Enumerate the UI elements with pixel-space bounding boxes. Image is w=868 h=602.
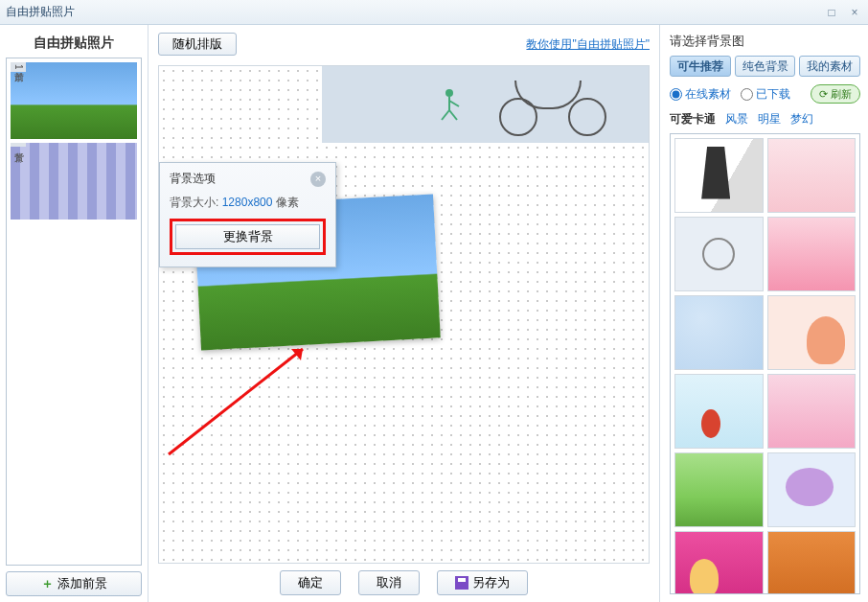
foreground-thumb[interactable]: 前景1	[11, 62, 137, 139]
svg-line-4	[449, 110, 457, 120]
svg-point-0	[445, 89, 453, 97]
bg-item[interactable]	[674, 295, 764, 370]
refresh-icon: ⟳	[819, 88, 828, 101]
bg-item[interactable]	[674, 217, 764, 291]
random-layout-button[interactable]: 随机排版	[158, 33, 237, 56]
canvas[interactable]: 背景选项 × 背景大小: 1280x800 像素 更换背景	[158, 65, 650, 564]
cat-cartoon[interactable]: 可爱卡通	[670, 111, 716, 127]
svg-marker-6	[291, 349, 303, 360]
center-area: 随机排版 教你使用"自由拼贴照片" 背景选项 ×	[148, 25, 659, 602]
add-foreground-label: 添加前景	[57, 575, 107, 592]
save-icon	[455, 576, 468, 590]
thumbnail-list: 前景1 背景	[6, 58, 142, 566]
bg-item[interactable]	[674, 531, 764, 594]
svg-line-5	[169, 349, 303, 454]
save-as-button[interactable]: 另存为	[437, 570, 528, 595]
change-background-button[interactable]: 更换背景	[175, 224, 320, 249]
radio-online[interactable]: 在线素材	[670, 86, 731, 103]
refresh-label: 刷新	[831, 87, 852, 102]
left-panel-title: 自由拼贴照片	[6, 31, 142, 58]
maximize-icon[interactable]: □	[824, 5, 839, 20]
tab-recommended[interactable]: 可牛推荐	[670, 56, 731, 77]
change-bg-highlight: 更换背景	[170, 219, 326, 255]
background-grid	[670, 133, 860, 594]
svg-line-3	[442, 110, 449, 120]
category-row: 可爱卡通 风景 明星 梦幻	[670, 111, 860, 127]
svg-line-2	[449, 101, 459, 106]
bg-source-tabs: 可牛推荐 纯色背景 我的素材	[670, 56, 860, 77]
ok-button[interactable]: 确定	[280, 570, 341, 595]
bg-item[interactable]	[767, 374, 857, 449]
bg-size-value: 1280x800	[222, 196, 273, 209]
cancel-button[interactable]: 取消	[358, 570, 420, 595]
bicycle-icon	[495, 71, 610, 138]
stick-figure-icon	[438, 85, 476, 124]
window-title: 自由拼贴照片	[6, 4, 75, 20]
bg-item[interactable]	[767, 452, 857, 527]
left-panel: 自由拼贴照片 前景1 背景 ＋ 添加前景	[0, 25, 148, 602]
bg-item[interactable]	[674, 452, 764, 527]
plus-icon: ＋	[41, 575, 54, 592]
cat-scenery[interactable]: 风景	[725, 111, 748, 127]
bg-size-unit: 像素	[276, 196, 299, 209]
bg-item[interactable]	[674, 138, 764, 213]
refresh-button[interactable]: ⟳ 刷新	[811, 84, 860, 104]
radio-online-input[interactable]	[670, 88, 682, 101]
close-icon[interactable]: ×	[847, 5, 862, 20]
radio-downloaded[interactable]: 已下载	[741, 86, 790, 103]
help-link[interactable]: 教你使用"自由拼贴照片"	[526, 36, 650, 53]
bg-item[interactable]	[767, 138, 857, 213]
save-as-label: 另存为	[472, 574, 510, 591]
add-foreground-button[interactable]: ＋ 添加前景	[6, 571, 142, 596]
background-options-popup: 背景选项 × 背景大小: 1280x800 像素 更换背景	[159, 162, 336, 267]
bg-item[interactable]	[767, 295, 857, 370]
bliss-thumb-image	[11, 62, 137, 139]
bg-size-label: 背景大小:	[170, 196, 218, 209]
tab-solid-color[interactable]: 纯色背景	[735, 56, 796, 77]
bg-size-row: 背景大小: 1280x800 像素	[170, 195, 326, 211]
bg-item[interactable]	[767, 217, 857, 291]
bg-item[interactable]	[767, 531, 857, 594]
right-panel: 请选择背景图 可牛推荐 纯色背景 我的素材 在线素材 已下载 ⟳ 刷新 可爱卡通…	[659, 25, 868, 602]
thumb-tag: 前景1	[11, 62, 26, 72]
tab-my-assets[interactable]: 我的素材	[799, 56, 860, 77]
cat-fantasy[interactable]: 梦幻	[790, 111, 813, 127]
popup-close-icon[interactable]: ×	[310, 172, 326, 187]
popup-title: 背景选项	[170, 171, 310, 187]
bg-thumb-image	[11, 143, 137, 220]
annotation-arrow	[159, 330, 331, 464]
right-panel-title: 请选择背景图	[670, 33, 860, 56]
canvas-background-strip	[322, 66, 649, 143]
bg-item[interactable]	[674, 374, 764, 449]
radio-downloaded-input[interactable]	[741, 88, 753, 101]
bottom-bar: 确定 取消 另存为	[158, 564, 650, 602]
thumb-tag: 背景	[11, 143, 26, 147]
cat-stars[interactable]: 明星	[758, 111, 781, 127]
titlebar: 自由拼贴照片 □ ×	[0, 0, 868, 25]
background-thumb[interactable]: 背景	[11, 143, 137, 220]
